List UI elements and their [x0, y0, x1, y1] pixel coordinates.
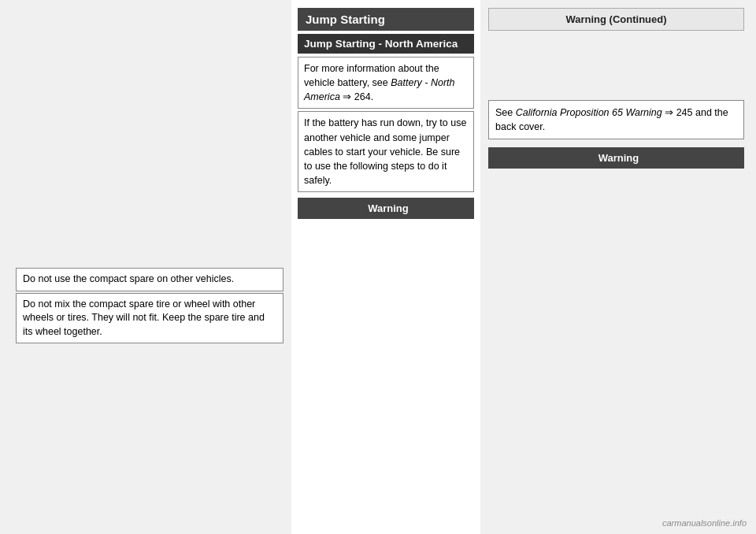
warning-continued-header: Warning (Continued): [488, 8, 744, 31]
subsection-header-label: Jump Starting - North America: [304, 38, 458, 50]
section-header-label: Jump Starting: [306, 13, 385, 26]
warning-label-middle: Warning: [368, 202, 409, 214]
warning-continued-label: Warning (Continued): [565, 13, 666, 25]
warning-label-right: Warning: [598, 152, 639, 164]
right-content-box: See California Proposition 65 Warning ⇒ …: [488, 100, 744, 139]
watermark: carmanualsonline.info: [662, 518, 747, 528]
compact-spare-text-1: Do not use the compact spare on other ve…: [23, 273, 234, 284]
subsection-header: Jump Starting - North America: [298, 34, 474, 54]
warning-button-middle[interactable]: ! Warning: [298, 198, 474, 219]
info-text-2: If the battery has run down, try to use …: [304, 117, 466, 186]
section-header: Jump Starting: [298, 8, 474, 31]
warning-button-right[interactable]: ! Warning: [488, 147, 744, 169]
page-container: Do not use the compact spare on other ve…: [0, 0, 756, 534]
info-box-2: If the battery has run down, try to use …: [298, 111, 474, 192]
middle-column: Jump Starting Jump Starting - North Amer…: [291, 0, 480, 534]
compact-spare-text-2: Do not mix the compact spare tire or whe…: [23, 299, 265, 337]
right-content-text: See California Proposition 65 Warning ⇒ …: [495, 107, 728, 132]
left-column: Do not use the compact spare on other ve…: [0, 0, 291, 534]
info-box-1: For more information about the vehicle b…: [298, 57, 474, 109]
compact-spare-box-2: Do not mix the compact spare tire or whe…: [16, 293, 284, 344]
compact-spare-box-1: Do not use the compact spare on other ve…: [16, 268, 284, 291]
info-text-1: For more information about the vehicle b…: [304, 63, 455, 102]
right-column: Warning (Continued) See California Propo…: [480, 0, 756, 534]
